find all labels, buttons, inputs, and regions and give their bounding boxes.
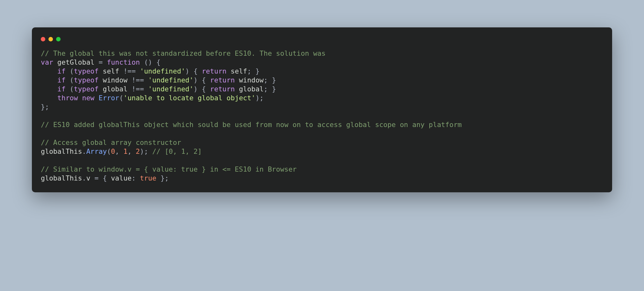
code-token — [41, 85, 57, 93]
code-token: ); — [255, 94, 264, 102]
code-token: true — [140, 174, 157, 182]
code-token: return — [202, 67, 227, 75]
close-dot-icon[interactable] — [41, 37, 45, 41]
code-token: function — [107, 58, 140, 66]
code-token: ( — [66, 76, 74, 84]
code-token: Array — [86, 147, 107, 155]
code-token: 'undefined' — [148, 76, 194, 84]
code-token: ; } — [247, 67, 260, 75]
code-token: self — [231, 67, 247, 75]
code-token: . — [82, 147, 86, 155]
code-token: if — [57, 67, 66, 75]
code-token: // ES10 added globalThis object which so… — [41, 121, 462, 129]
code-token: , — [115, 147, 123, 155]
code-token — [78, 94, 82, 102]
code-token: value — [111, 174, 132, 182]
code-token: 0 — [111, 147, 115, 155]
code-token: ( — [66, 85, 74, 93]
code-token: ); — [140, 147, 152, 155]
minimize-dot-icon[interactable] — [48, 37, 53, 41]
code-token — [94, 94, 99, 102]
code-token: !== — [128, 85, 148, 93]
window-traffic-lights — [41, 36, 603, 49]
code-token: ) { — [194, 76, 210, 84]
code-token: !== — [128, 76, 148, 84]
code-token: }; — [41, 103, 49, 111]
code-token: return — [210, 76, 235, 84]
code-token: typeof — [74, 67, 99, 75]
code-token: globalThis — [41, 147, 82, 155]
code-token: = { — [90, 174, 111, 182]
code-token: = — [94, 58, 107, 66]
code-token: 'unable to locate global object' — [123, 94, 255, 102]
code-token: v — [86, 174, 90, 182]
code-token: : — [132, 174, 140, 182]
code-token — [41, 94, 57, 102]
code-token: 2 — [136, 147, 140, 155]
code-token: new — [82, 94, 94, 102]
code-token: ; } — [264, 76, 276, 84]
code-token: ) { — [194, 85, 210, 93]
code-token: var — [41, 58, 53, 66]
code-token: . — [82, 174, 86, 182]
code-token: Error — [99, 94, 119, 102]
code-token: window — [239, 76, 264, 84]
code-token: self — [103, 67, 119, 75]
code-token — [235, 85, 239, 93]
code-token: () { — [140, 58, 161, 66]
code-token: }; — [157, 174, 169, 182]
code-token: // The global this was not standardized … — [41, 49, 326, 57]
code-editor-window: // The global this was not standardized … — [32, 27, 612, 192]
code-token: global — [103, 85, 128, 93]
zoom-dot-icon[interactable] — [56, 37, 61, 41]
code-token: 'undefined' — [140, 67, 185, 75]
code-block: // The global this was not standardized … — [41, 49, 603, 183]
code-token — [53, 58, 57, 66]
code-token — [99, 76, 103, 84]
code-token: !== — [119, 67, 140, 75]
code-token: ( — [66, 67, 74, 75]
code-token: window — [103, 76, 128, 84]
code-token: , — [128, 147, 136, 155]
code-token: typeof — [74, 85, 99, 93]
code-token: ; } — [264, 85, 276, 93]
code-token — [99, 85, 103, 93]
code-token: globalThis — [41, 174, 82, 182]
code-token — [235, 76, 239, 84]
code-token — [99, 67, 103, 75]
code-token: // Similar to window.v = { value: true }… — [41, 165, 297, 173]
code-token — [41, 76, 57, 84]
code-token: // [0, 1, 2] — [152, 147, 202, 155]
code-token — [227, 67, 231, 75]
code-token — [41, 67, 57, 75]
code-token: 'undefined' — [148, 85, 194, 93]
code-token: typeof — [74, 76, 99, 84]
code-token: 1 — [123, 147, 128, 155]
code-token: ( — [119, 94, 123, 102]
code-token: if — [57, 76, 66, 84]
code-token: global — [239, 85, 264, 93]
code-token: ( — [107, 147, 111, 155]
code-token: // Access global array constructor — [41, 138, 181, 146]
code-token: throw — [57, 94, 78, 102]
code-token: ) { — [185, 67, 202, 75]
code-token: return — [210, 85, 235, 93]
code-token: if — [57, 85, 66, 93]
code-token: getGlobal — [57, 58, 95, 66]
